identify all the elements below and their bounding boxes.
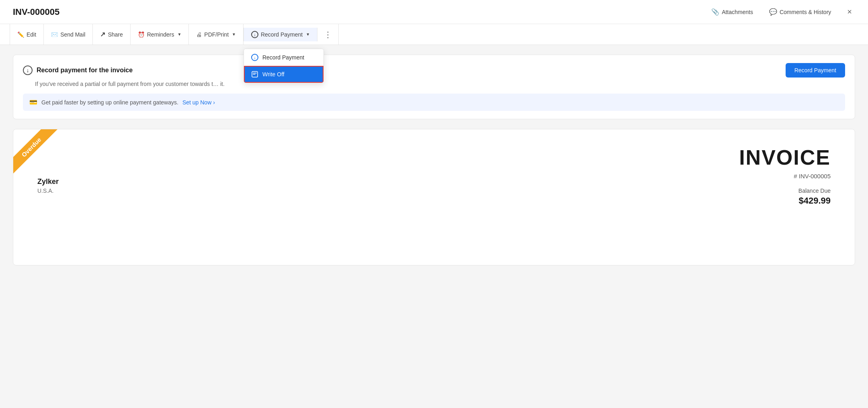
dropdown-record-payment-item[interactable]: ↓ Record Payment	[244, 49, 323, 66]
payment-banner: ↓ Record payment for the invoice Record …	[13, 55, 855, 119]
share-button[interactable]: Share	[93, 24, 130, 45]
edit-button[interactable]: Edit	[10, 24, 44, 45]
pdf-print-button[interactable]: PDF/Print ▼	[189, 24, 244, 45]
creditcard-icon	[29, 98, 37, 106]
main-content: ↓ Record payment for the invoice Record …	[0, 45, 868, 275]
payment-banner-description: If you've received a partial or full pay…	[35, 81, 845, 87]
pdf-chevron-icon: ▼	[232, 32, 236, 37]
overdue-ribbon: Overdue	[13, 129, 66, 182]
payment-banner-icon: ↓	[23, 65, 33, 75]
invoice-card: Overdue Zylker U.S.A. INVOICE # INV-0000…	[13, 129, 855, 265]
record-payment-dropdown-menu: ↓ Record Payment Write Off	[244, 49, 324, 83]
more-icon: ⋮	[324, 30, 332, 39]
pdf-icon	[196, 31, 202, 38]
reminders-chevron-icon: ▼	[177, 32, 181, 37]
invoice-heading: INVOICE	[739, 145, 831, 169]
mail-icon	[51, 31, 58, 38]
record-payment-toolbar-button[interactable]: ↓ Record Payment ▼	[244, 28, 317, 41]
overdue-label: Overdue	[13, 129, 58, 174]
customer-country: U.S.A.	[37, 188, 59, 194]
comments-history-button[interactable]: Comments & History	[766, 6, 834, 17]
send-mail-button[interactable]: Send Mail	[44, 24, 93, 45]
header-actions: Attachments Comments & History ×	[708, 6, 855, 18]
dropdown-write-off-item[interactable]: Write Off	[244, 66, 323, 83]
record-payment-chevron-icon: ▼	[306, 32, 310, 37]
invoice-right-section: INVOICE # INV-000005 Balance Due $429.99	[739, 145, 831, 206]
dropdown-record-icon: ↓	[251, 54, 258, 61]
toolbar: Edit Send Mail Share Reminders ▼ PDF/Pri…	[0, 24, 868, 45]
record-payment-icon: ↓	[251, 31, 258, 38]
close-button[interactable]: ×	[844, 6, 855, 18]
balance-due-label: Balance Due	[739, 188, 831, 194]
invoice-body: Zylker U.S.A. INVOICE # INV-000005 Balan…	[13, 129, 855, 222]
payment-banner-header: ↓ Record payment for the invoice Record …	[23, 63, 845, 78]
balance-due-value: $429.99	[739, 196, 831, 206]
payment-banner-title: ↓ Record payment for the invoice	[23, 65, 133, 75]
setup-now-link[interactable]: Set up Now ›	[182, 99, 215, 106]
more-options-button[interactable]: ⋮	[317, 24, 339, 45]
share-icon	[100, 31, 105, 38]
edit-icon	[17, 31, 24, 38]
comment-icon	[769, 8, 777, 16]
invoice-number: # INV-000005	[739, 173, 831, 180]
page-title: INV-000005	[13, 7, 59, 17]
attachment-icon	[711, 8, 719, 16]
gateway-banner: Get paid faster by setting up online pay…	[23, 94, 845, 111]
attachments-button[interactable]: Attachments	[708, 6, 756, 17]
reminder-icon	[138, 31, 145, 38]
reminders-button[interactable]: Reminders ▼	[131, 24, 189, 45]
record-payment-dropdown-container: ↓ Record Payment ▼ ↓ Record Payment	[244, 28, 317, 41]
write-off-icon	[251, 71, 258, 78]
record-payment-main-button[interactable]: Record Payment	[786, 63, 845, 78]
page-header: INV-000005 Attachments Comments & Histor…	[0, 0, 868, 24]
